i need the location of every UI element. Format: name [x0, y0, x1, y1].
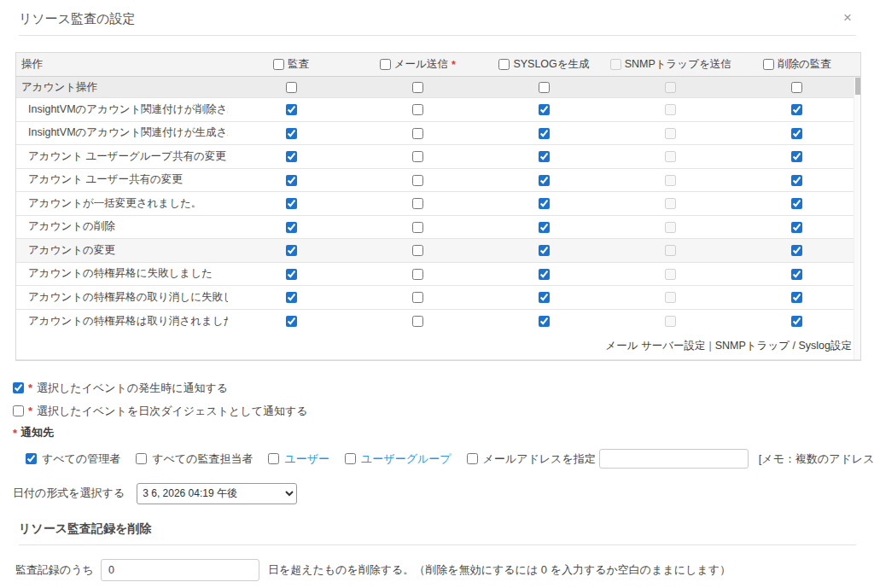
syslog-checkbox[interactable] [539, 151, 550, 162]
row-label: アカウント ユーザーグループ共有の変更 [16, 149, 228, 164]
all-auditors-checkbox[interactable] [136, 453, 147, 464]
recipient-all-auditors: すべての監査担当者 [136, 451, 253, 467]
date-format-select[interactable]: 3 6, 2026 04:19 午後 [137, 483, 297, 504]
audit-checkbox[interactable] [286, 316, 297, 327]
delete-audit-checkbox[interactable] [791, 151, 802, 162]
delete-audit-checkbox[interactable] [791, 316, 802, 327]
delete-days-input[interactable] [101, 559, 259, 581]
users-checkbox[interactable] [268, 453, 279, 464]
delete-audit-checkbox[interactable] [791, 104, 802, 115]
users-link[interactable]: ユーザー [284, 451, 329, 467]
notify-on-event-checkbox[interactable] [13, 382, 24, 393]
snmp-syslog-settings-link[interactable]: SNMPトラップ / Syslog設定 [715, 340, 852, 352]
email-checkbox[interactable] [412, 82, 423, 93]
user-groups-checkbox[interactable] [345, 453, 356, 464]
syslog-checkbox[interactable] [539, 104, 550, 115]
syslog-checkbox[interactable] [539, 269, 550, 280]
required-mark: * [28, 381, 32, 394]
delete-audit-checkbox[interactable] [791, 222, 802, 233]
audit-checkbox[interactable] [286, 175, 297, 186]
delete-audit-checkbox[interactable] [791, 82, 802, 93]
notify-on-event-label: 選択したイベントの発生時に通知する [37, 381, 228, 396]
table-row: アカウントの特権昇格の取り消しに失敗しました [16, 286, 860, 310]
delete-audit-checkbox[interactable] [791, 198, 802, 209]
recipients-row: すべての管理者 すべての監査担当者 ユーザー ユーザーグループ メールアドレスを… [13, 447, 861, 470]
footer-links-separator: | [706, 340, 715, 352]
audit-checkbox[interactable] [286, 222, 297, 233]
syslog-checkbox[interactable] [539, 82, 550, 93]
syslog-column-checkbox[interactable] [498, 59, 510, 70]
table-row: アカウントの削除 [16, 216, 860, 240]
recipient-email-address: メールアドレスを指定 [467, 451, 596, 467]
audit-column-checkbox[interactable] [273, 59, 284, 70]
table-scrollbar-track[interactable] [854, 78, 860, 359]
delete-audit-checkbox[interactable] [791, 269, 802, 280]
syslog-checkbox[interactable] [539, 316, 550, 327]
page-title: リソース監査の設定 [19, 11, 135, 26]
column-header-audit-label: 監査 [288, 57, 309, 72]
syslog-checkbox[interactable] [539, 292, 550, 303]
snmp-checkbox [665, 198, 676, 209]
email-column-checkbox[interactable] [380, 59, 391, 70]
email-checkbox[interactable] [412, 128, 423, 139]
delete-section-divider [19, 544, 856, 545]
email-checkbox[interactable] [412, 198, 423, 209]
email-checkbox[interactable] [412, 292, 423, 303]
audit-checkbox[interactable] [286, 151, 297, 162]
required-mark: * [28, 405, 32, 417]
audit-table: 操作 監査 メール送信* SYSLOGを生成 SNMPトラップを送信 削除の監査… [15, 52, 861, 361]
table-row: アカウント ユーザーグループ共有の変更 [16, 145, 860, 169]
group-row-label: アカウント操作 [16, 80, 228, 95]
group-row-account-operations: アカウント操作 [16, 77, 860, 98]
column-header-snmp-label: SNMPトラップを送信 [625, 57, 731, 72]
email-checkbox[interactable] [412, 245, 423, 256]
email-checkbox[interactable] [412, 316, 423, 327]
notification-options: * 選択したイベントの発生時に通知する * 選択したイベントを日次ダイジェストと… [0, 361, 874, 504]
syslog-checkbox[interactable] [539, 222, 550, 233]
close-icon[interactable]: × [843, 10, 852, 25]
audit-checkbox[interactable] [286, 269, 297, 280]
delete-audit-checkbox[interactable] [791, 245, 802, 256]
audit-checkbox[interactable] [286, 128, 297, 139]
email-address-input[interactable] [599, 449, 749, 469]
syslog-checkbox[interactable] [539, 175, 550, 186]
delete-audit-checkbox[interactable] [791, 128, 802, 139]
snmp-checkbox [665, 292, 676, 303]
snmp-checkbox [665, 245, 676, 256]
syslog-checkbox[interactable] [539, 198, 550, 209]
email-checkbox[interactable] [412, 151, 423, 162]
audit-checkbox[interactable] [286, 198, 297, 209]
modal-header: リソース監査の設定 × [0, 0, 874, 35]
delete-audit-column-checkbox[interactable] [763, 59, 774, 70]
all-admins-checkbox[interactable] [26, 453, 37, 464]
all-admins-label: すべての管理者 [42, 451, 120, 467]
delete-audit-checkbox[interactable] [791, 292, 802, 303]
email-checkbox[interactable] [412, 222, 423, 233]
snmp-checkbox [665, 269, 676, 280]
syslog-checkbox[interactable] [539, 128, 550, 139]
notify-daily-digest-row: * 選択したイベントを日次ダイジェストとして通知する [13, 399, 861, 422]
mail-server-settings-link[interactable]: メール サーバー設定 [605, 340, 705, 352]
delete-section-title: リソース監査記録を削除 [19, 521, 855, 544]
email-checkbox[interactable] [412, 175, 423, 186]
row-label: アカウントの特権昇格に失敗しました [16, 266, 228, 281]
snmp-checkbox [665, 104, 676, 115]
email-checkbox[interactable] [412, 269, 423, 280]
required-mark: * [13, 427, 17, 440]
table-scrollbar-thumb[interactable] [855, 78, 860, 95]
snmp-checkbox [665, 316, 676, 327]
delete-audit-checkbox[interactable] [791, 175, 802, 186]
notify-daily-digest-checkbox[interactable] [13, 405, 24, 416]
user-groups-link[interactable]: ユーザーグループ [361, 451, 452, 467]
email-address-checkbox[interactable] [467, 453, 478, 464]
column-header-audit: 監査 [228, 57, 354, 72]
email-checkbox[interactable] [412, 104, 423, 115]
syslog-checkbox[interactable] [539, 245, 550, 256]
audit-checkbox[interactable] [286, 245, 297, 256]
audit-checkbox[interactable] [286, 82, 297, 93]
row-label: アカウントの削除 [16, 219, 228, 234]
snmp-checkbox [665, 151, 676, 162]
audit-checkbox[interactable] [286, 292, 297, 303]
audit-checkbox[interactable] [286, 104, 297, 115]
recipient-all-admins: すべての管理者 [26, 451, 120, 467]
